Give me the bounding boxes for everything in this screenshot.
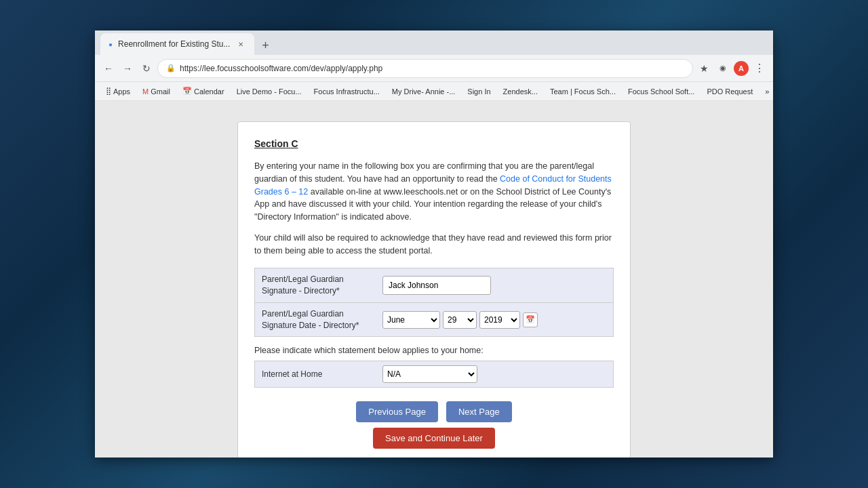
browser-content: Section C By entering your name in the f…: [95, 101, 773, 458]
description-paragraph-1: By entering your name in the following b…: [254, 160, 614, 224]
bookmark-livedemo[interactable]: Live Demo - Focu...: [231, 86, 307, 97]
new-tab-button[interactable]: +: [256, 36, 275, 55]
previous-page-button[interactable]: Previous Page: [356, 401, 438, 422]
bookmark-focus-infra[interactable]: Focus Infrastructu...: [309, 86, 385, 97]
address-bar[interactable]: 🔒 https://lee.focusschoolsoftware.com/de…: [157, 59, 693, 78]
signature-label: Parent/Legal Guardian Signature - Direct…: [255, 268, 377, 302]
internet-label: Internet at Home: [255, 364, 377, 384]
internet-row: Internet at Home N/A Yes - Broadband Yes…: [254, 361, 614, 388]
form-card: Section C By entering your name in the f…: [237, 121, 631, 458]
date-label: Parent/Legal Guardian Signature Date - D…: [255, 303, 377, 337]
bookmark-focus-school[interactable]: Focus School Soft...: [623, 86, 700, 97]
menu-button[interactable]: ⋮: [751, 60, 768, 77]
navigation-buttons: Previous Page Next Page: [254, 401, 614, 422]
signature-row: Parent/Legal Guardian Signature - Direct…: [254, 268, 614, 303]
bookmark-calendar[interactable]: 📅 Calendar: [177, 85, 230, 97]
bookmarks-bar: ⣿ Apps M Gmail 📅 Calendar Live Demo - Fo…: [95, 82, 773, 101]
statement-text: Please indicate which statement below ap…: [254, 346, 614, 355]
save-continue-later-button[interactable]: Save and Continue Later: [373, 428, 495, 449]
forward-button[interactable]: →: [119, 60, 136, 77]
internet-field: N/A Yes - Broadband Yes - Mobile No Inte…: [377, 361, 613, 387]
date-field: January February March April May June Ju…: [377, 307, 613, 333]
address-bar-row: ← → ↻ 🔒 https://lee.focusschoolsoftware.…: [95, 55, 773, 82]
back-button[interactable]: ←: [100, 60, 117, 77]
url-text: https://lee.focusschoolsoftware.com/dev/…: [180, 64, 382, 73]
extensions-button[interactable]: ◉: [715, 60, 731, 77]
bookmark-signin[interactable]: Sign In: [462, 86, 496, 97]
apps-icon: ⣿: [106, 87, 111, 96]
section-title: Section C: [254, 138, 614, 149]
day-select[interactable]: 27 28 29 30: [443, 311, 477, 329]
calendar-picker-button[interactable]: 📅: [523, 312, 538, 327]
year-select[interactable]: 2018 2019 2020: [479, 311, 520, 329]
reload-button[interactable]: ↻: [138, 60, 155, 77]
bookmark-zendesk[interactable]: Zendesk...: [498, 86, 543, 97]
signature-input[interactable]: [382, 276, 491, 295]
bookmark-gmail[interactable]: M Gmail: [137, 86, 176, 97]
profile-button[interactable]: A: [734, 61, 749, 76]
internet-select[interactable]: N/A Yes - Broadband Yes - Mobile No Inte…: [382, 365, 477, 383]
security-icon: 🔒: [166, 64, 176, 73]
bookmark-team-focus[interactable]: Team | Focus Sch...: [545, 86, 621, 97]
bookmark-mydrive[interactable]: My Drive- Annie -...: [387, 86, 461, 97]
tab-bar: ● Reenrollment for Existing Stu... ✕ +: [95, 30, 773, 55]
bookmark-pdo[interactable]: PDO Request: [701, 86, 758, 97]
calendar-icon: 📅: [182, 87, 192, 96]
tab-title: Reenrollment for Existing Stu...: [118, 39, 230, 49]
active-tab[interactable]: ● Reenrollment for Existing Stu... ✕: [100, 33, 254, 55]
save-row: Save and Continue Later: [254, 428, 614, 449]
bookmark-apps[interactable]: ⣿ Apps: [100, 85, 136, 97]
bookmark-star-button[interactable]: ★: [696, 60, 712, 77]
bookmarks-more[interactable]: »: [760, 86, 774, 97]
description-paragraph-2: Your child will also be required to ackn…: [254, 232, 614, 258]
gmail-icon: M: [142, 87, 149, 96]
month-select[interactable]: January February March April May June Ju…: [382, 311, 440, 329]
tab-close-button[interactable]: ✕: [235, 39, 246, 49]
date-row: Parent/Legal Guardian Signature Date - D…: [254, 302, 614, 338]
next-page-button[interactable]: Next Page: [446, 401, 512, 422]
signature-field: [377, 272, 613, 299]
